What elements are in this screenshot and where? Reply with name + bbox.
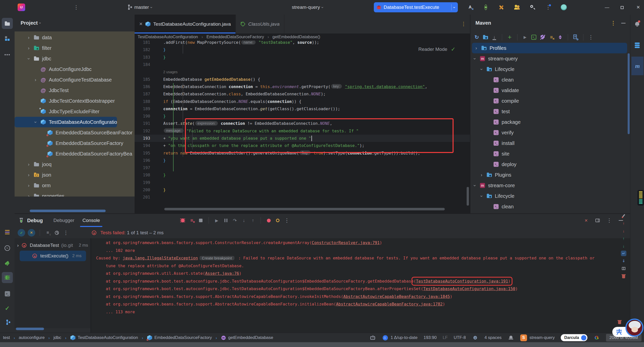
project-item-filter[interactable]: ›filter (15, 43, 135, 53)
code-line-188[interactable]: 188 if (EmbeddedDatabaseConnection.NONE.… (135, 98, 470, 105)
project-item-orm[interactable]: ›orm (15, 180, 135, 191)
console-line[interactable]: at org.springframework.boot.test.autocon… (96, 278, 630, 285)
kebab-icon[interactable] (63, 229, 69, 236)
maven-item-deploy[interactable]: deploy (470, 159, 631, 170)
maven-item-stream-core[interactable]: ›stream-core (470, 180, 631, 191)
console-file-link[interactable]: java.lang.IllegalStateException (123, 256, 198, 260)
maven-options-kebab-icon[interactable] (610, 20, 617, 26)
gc-trash-icon[interactable] (617, 319, 623, 326)
stripe-terminal-button[interactable] (2, 288, 13, 299)
status-breadcrumb-autoconfigure[interactable]: autoconfigure (19, 335, 45, 340)
doc-icon[interactable] (572, 34, 579, 41)
tab-classutils[interactable]: ClassUtils.java (236, 15, 285, 33)
run-configuration-button[interactable]: DatabaseTest.testExecute › (374, 2, 458, 12)
add-icon[interactable] (506, 34, 513, 41)
chevron-icon[interactable]: › (479, 194, 484, 198)
maven-item-package[interactable]: package (470, 117, 631, 127)
maven-item-install[interactable]: install (470, 138, 631, 148)
skip-icon[interactable] (548, 34, 555, 41)
stripe-project-button[interactable] (2, 18, 13, 29)
upr-icon[interactable] (621, 220, 626, 226)
close-icon[interactable] (583, 217, 589, 224)
window-minimize-button[interactable] (604, 4, 610, 11)
stripe-pull-requests-button[interactable] (2, 243, 13, 254)
project-widget[interactable]: Sstream-query (520, 334, 555, 341)
indent-widget[interactable]: 4 spaces (485, 335, 502, 340)
dnr-icon[interactable] (621, 228, 626, 234)
breadcrumb[interactable]: TestDatabaseAutoConfiguration (138, 34, 198, 40)
project-item-jdbctestcontextbootstrapper[interactable]: JdbcTestContextBootstrapper (15, 96, 135, 106)
build-status-widget[interactable]: 1 Δ/up-to-date (382, 334, 418, 341)
pass-icon[interactable] (18, 229, 25, 237)
maven-item-clean[interactable]: clean (470, 201, 631, 212)
console-file-link[interactable]: ConstructorResolver.java:791 (312, 240, 380, 245)
console-line[interactable]: at org.springframework.beans.factory.sup… (96, 293, 630, 301)
clear-icon[interactable] (621, 273, 626, 279)
chevron-icon[interactable]: › (474, 46, 478, 51)
stripe-checks-button[interactable] (2, 303, 13, 314)
main-menu-kebab-icon[interactable] (73, 4, 79, 11)
chevron-icon[interactable]: › (26, 183, 31, 188)
project-item-autoconfiguretestdatabase[interactable]: ›AutoConfigureTestDatabase (15, 74, 135, 85)
database-button[interactable] (632, 40, 643, 51)
chevron-icon[interactable]: › (26, 194, 31, 197)
project-item-properties[interactable]: ›properties (15, 191, 135, 197)
test-item-databasetest[interactable]: ›DatabaseTest(io.git2 ms (15, 240, 91, 251)
split-icon[interactable] (621, 266, 626, 271)
console-line[interactable]: ... 102 more (96, 247, 630, 255)
term-icon[interactable] (531, 34, 537, 41)
coll-icon[interactable] (557, 34, 564, 41)
project-item-data[interactable]: ›data (15, 32, 135, 43)
rec-icon[interactable] (265, 217, 272, 224)
tab-console[interactable]: Console (78, 214, 104, 227)
skip-icon[interactable] (188, 217, 195, 224)
maven-stripe-button[interactable] (631, 57, 643, 75)
status-breadcrumb-jdbc[interactable]: jdbc (53, 335, 61, 340)
code-line-184[interactable]: 184 (135, 61, 470, 68)
stripe-debug-button[interactable] (2, 272, 13, 283)
chevron-icon[interactable]: › (472, 56, 477, 61)
hist-icon[interactable] (54, 229, 60, 236)
stripe-bookmarks-button[interactable] (2, 226, 13, 238)
project-item-jooq[interactable]: ›jooq (15, 159, 135, 170)
readonly-eye-icon[interactable] (472, 334, 478, 341)
project-item-embeddeddatasourcefactorybea[interactable]: EmbeddedDataSourceFactoryBea (15, 148, 135, 159)
upt-icon[interactable] (621, 236, 626, 241)
code-line-189[interactable]: 189 connection = EmbeddedDatabaseConnect… (135, 105, 470, 112)
maven-item-verify[interactable]: verify (470, 127, 631, 138)
chevron-icon[interactable]: › (26, 172, 31, 178)
vcs-widget[interactable]: master › (126, 0, 152, 15)
maven-item-profiles[interactable]: ›Profiles (472, 43, 627, 53)
app-logo-icon[interactable]: IJ (18, 4, 25, 11)
window-restore-button[interactable] (619, 4, 626, 11)
status-breadcrumb-test[interactable]: test (3, 335, 10, 340)
chevron-icon[interactable]: › (26, 162, 31, 167)
project-item-jdbctypeexcludefilter[interactable]: JdbcTypeExcludeFilter (15, 106, 135, 117)
usages-hint[interactable]: 2 usages (163, 70, 178, 74)
code-line-185[interactable]: 185 EmbeddedDatabase getEmbeddedDatabase… (135, 75, 470, 83)
kebab-icon[interactable] (284, 217, 290, 224)
notifications-button[interactable] (632, 19, 643, 30)
maven-vertical-scrollbar[interactable] (628, 53, 630, 134)
test-item-testexecute[interactable]: testExecute()2 ms (20, 251, 86, 261)
hide-panel-icon[interactable] (620, 20, 627, 26)
project-item-autoconfigurejdbc[interactable]: AutoConfigureJdbc (15, 64, 135, 74)
console-line[interactable]: at org.springframework.util.Assert.state… (96, 270, 630, 278)
fail-icon[interactable] (28, 229, 35, 237)
chevron-icon[interactable]: › (33, 77, 38, 83)
status-breadcrumb-embeddeddatasourcefactory[interactable]: EmbeddedDataSourceFactory (147, 335, 212, 340)
project-panel-header[interactable]: Project › (15, 15, 135, 31)
console-line[interactable]: at org.springframework.boot.test.autocon… (96, 285, 630, 293)
translate-icon[interactable] (467, 4, 473, 11)
sync-icon[interactable] (473, 34, 480, 41)
code-line[interactable]: 2 usages (135, 68, 470, 75)
project-item-embeddeddatasourcefactory[interactable]: EmbeddedDataSourceFactory (15, 138, 135, 148)
stop-icon[interactable] (197, 217, 204, 224)
end-icon[interactable] (621, 258, 626, 264)
maven-item-lifecycle[interactable]: ›Lifecycle (470, 191, 631, 201)
window-close-button[interactable] (635, 4, 641, 11)
project-item-embeddeddatasourcebeanfactor[interactable]: EmbeddedDataSourceBeanFactor (15, 127, 135, 138)
wrap-icon[interactable] (621, 251, 626, 256)
over-icon[interactable] (231, 217, 238, 224)
branch-name[interactable]: master (134, 5, 149, 10)
